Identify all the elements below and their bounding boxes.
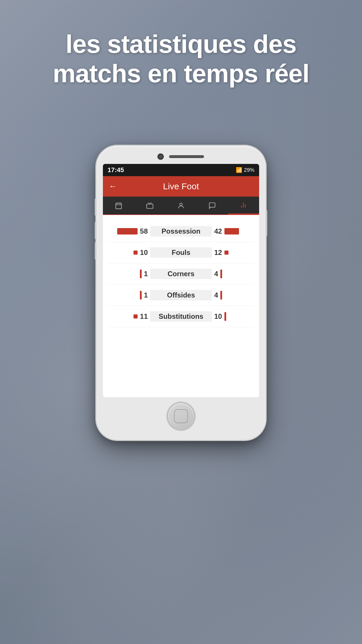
tab-chat[interactable] — [197, 197, 228, 214]
stat-right-offsides: 4 — [214, 291, 252, 300]
status-time: 17:45 — [108, 166, 124, 174]
headline-line2: matchs en temps réel — [53, 59, 309, 88]
tab-calendar[interactable] — [103, 197, 134, 214]
stat-row-offsides: 1 Offsides 4 — [108, 285, 254, 306]
bar-possession-right — [224, 228, 239, 235]
value-corners-left: 1 — [144, 270, 148, 278]
wifi-icon: 📶 — [236, 167, 242, 173]
app-header: ← Live Foot — [103, 176, 259, 197]
stat-left-fouls: 10 — [110, 249, 148, 257]
bar-fouls-left — [133, 251, 138, 255]
phone-screen: 17:45 📶 29% ← Live Foot — [103, 164, 259, 397]
value-fouls-left: 10 — [140, 249, 148, 257]
value-fouls-right: 12 — [214, 249, 222, 257]
phone-top-bar — [103, 154, 259, 159]
stat-left-possession: 58 — [110, 227, 148, 235]
svg-rect-0 — [116, 203, 122, 209]
value-corners-right: 4 — [214, 270, 218, 278]
stat-row-substitutions: 11 Substitutions 10 — [108, 306, 254, 327]
value-offsides-left: 1 — [144, 291, 148, 299]
stat-row-corners: 1 Corners 4 — [108, 263, 254, 285]
stat-left-substitutions: 11 — [110, 312, 148, 321]
tab-person[interactable] — [165, 197, 196, 214]
back-button[interactable]: ← — [109, 182, 117, 191]
value-possession-right: 42 — [214, 227, 222, 235]
phone-camera — [158, 154, 163, 159]
stats-content: 58 Possession 42 10 Fouls — [103, 215, 259, 397]
status-icons: 📶 29% — [236, 167, 254, 173]
status-bar: 17:45 📶 29% — [103, 164, 259, 176]
stat-left-offsides: 1 — [110, 291, 148, 300]
bar-substitutions-left — [133, 314, 138, 318]
headline-line1: les statistiques des — [66, 29, 296, 58]
phone-speaker — [169, 155, 204, 158]
stat-row-fouls: 10 Fouls 12 — [108, 242, 254, 263]
value-possession-left: 58 — [140, 227, 148, 235]
bar-fouls-right — [224, 251, 229, 255]
label-fouls: Fouls — [150, 247, 212, 258]
bar-offsides-right — [220, 291, 222, 300]
headline-container: les statistiques des matchs en temps rée… — [0, 29, 362, 88]
bar-corners-left — [140, 270, 142, 278]
bar-offsides-left — [140, 291, 142, 300]
stat-right-substitutions: 10 — [214, 312, 252, 321]
svg-rect-4 — [147, 204, 153, 208]
label-substitutions: Substitutions — [150, 311, 212, 322]
label-offsides: Offsides — [150, 290, 212, 300]
empty-space — [108, 327, 254, 391]
stat-right-corners: 4 — [214, 270, 252, 278]
value-substitutions-left: 11 — [140, 312, 148, 321]
battery-text: 29% — [244, 167, 254, 173]
home-button[interactable] — [168, 403, 194, 429]
headline-text: les statistiques des matchs en temps rée… — [17, 29, 345, 88]
svg-point-5 — [180, 203, 182, 206]
label-possession: Possession — [150, 226, 212, 237]
phone-body: 17:45 📶 29% ← Live Foot — [96, 146, 266, 440]
phone-mockup: 17:45 📶 29% ← Live Foot — [96, 146, 266, 440]
bar-possession-left — [117, 228, 138, 235]
app-title: Live Foot — [123, 181, 239, 191]
label-corners: Corners — [150, 269, 212, 279]
stat-right-possession: 42 — [214, 227, 252, 235]
stat-left-corners: 1 — [110, 270, 148, 278]
value-offsides-right: 4 — [214, 291, 218, 299]
stat-right-fouls: 12 — [214, 249, 252, 257]
bar-corners-right — [220, 270, 222, 278]
value-substitutions-right: 10 — [214, 312, 222, 321]
bar-substitutions-right — [224, 312, 226, 321]
nav-tabs — [103, 197, 259, 215]
tab-tv[interactable] — [134, 197, 165, 214]
stat-row-possession: 58 Possession 42 — [108, 221, 254, 242]
tab-stats[interactable] — [228, 197, 259, 214]
